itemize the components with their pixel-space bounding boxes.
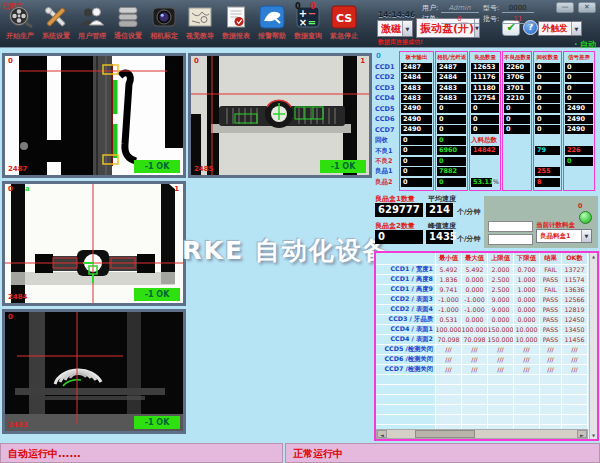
toolbar-button-server[interactable]: 通信设置 xyxy=(110,3,146,47)
result-row-label: CCD4 / 表面1 xyxy=(376,325,436,335)
batch-value: 11 xyxy=(502,15,534,24)
counter-cell: 0 xyxy=(565,94,593,103)
result-cell: 13636 xyxy=(562,285,588,295)
box2-count: 0 xyxy=(375,230,423,244)
counter-cell: 226 xyxy=(565,146,593,155)
toolbar-button-vision-doc[interactable]: 视觉教导 xyxy=(182,3,218,47)
result-cell: /// xyxy=(436,365,462,375)
toolbar-button-label: 系统设置 xyxy=(42,31,70,41)
result-cell: /// xyxy=(488,345,514,355)
toolbar: 已锁定 开始生产系统设置用户管理通信设置相机标定视觉教导数据报表报警帮助+−×=… xyxy=(0,0,600,48)
result-row-label: CCD2 / 表面3 xyxy=(376,295,436,305)
result-row: CCD1 / 高度99.7410.0002.5001.000FAIL13636 xyxy=(376,285,589,295)
cam2-flag: 1 xyxy=(360,57,365,65)
counter-row-label: CCD7 xyxy=(374,125,398,135)
camera-view-ccd4[interactable]: 0 2483 -1 OK xyxy=(2,309,186,434)
users-icon xyxy=(79,3,105,29)
counter-cell: 12754 xyxy=(471,94,499,103)
scroll-up-icon[interactable]: ▲ xyxy=(592,254,595,259)
count-input-2[interactable] xyxy=(488,234,533,245)
counter-cell: 2483 xyxy=(401,94,432,103)
toolbar-button-tools[interactable]: 系统设置 xyxy=(38,3,74,47)
svg-text:×: × xyxy=(299,17,307,28)
toolbar-button-label: 通信设置 xyxy=(114,31,142,41)
excite-combo-value: 激磁 xyxy=(378,21,402,36)
result-header-corner xyxy=(376,253,436,265)
minimize-button[interactable]: — xyxy=(556,2,574,13)
scroll-left-icon[interactable]: ◄ xyxy=(377,430,387,438)
cam4-index: 0 xyxy=(8,313,13,321)
result-header-3: 上限值 xyxy=(488,253,514,265)
counter-cell: 0 xyxy=(565,84,593,93)
result-cell: 9.000 xyxy=(488,295,514,305)
result-header-5: 结果 xyxy=(540,253,562,265)
result-row: CCD3 / 牙品质0.5310.0000.0000.000PASS12450 xyxy=(376,315,589,325)
counter-cell: 7882 xyxy=(437,167,466,176)
vertical-scrollbar[interactable]: ▲ ▼ xyxy=(589,253,597,439)
counter-cell: 0 xyxy=(437,125,466,134)
counter-cell: 0 xyxy=(401,136,432,145)
result-row: CCD5 /检测关闭////////////////// xyxy=(376,345,589,355)
result-row: CCD1 / 宽度15.4925.4922.0000.700FAIL13727 xyxy=(376,265,589,275)
result-cell: 11456 xyxy=(562,335,588,345)
counter-cell: 2490 xyxy=(565,125,593,134)
chevron-down-icon[interactable]: ▼ xyxy=(571,22,581,35)
counter-cell: 0 xyxy=(437,115,466,124)
scroll-down-icon[interactable]: ▼ xyxy=(592,433,595,438)
alarm-help-icon xyxy=(259,3,285,29)
result-cell: 10.000 xyxy=(514,335,540,345)
toolbar-button-emergency-stop[interactable]: CS紧急停止 xyxy=(326,3,362,47)
report-icon xyxy=(223,3,249,29)
counter-black: 0 xyxy=(295,2,301,11)
toolbar-button-alarm-help[interactable]: 报警帮助 xyxy=(254,3,290,47)
result-cell: 10.000 xyxy=(514,325,540,335)
chevron-down-icon[interactable]: ▼ xyxy=(402,21,412,36)
toolbar-button-label: 用户管理 xyxy=(78,31,106,41)
camera-view-ccd1[interactable]: 0 2487 -1 OK xyxy=(2,53,186,178)
toolbar-button-camera[interactable]: 相机标定 xyxy=(146,3,182,47)
result-empty-row xyxy=(376,395,589,405)
result-cell: /// xyxy=(462,355,488,365)
result-cell: -1.000 xyxy=(436,295,462,305)
result-cell: 9.741 xyxy=(436,285,462,295)
trigger-combo[interactable]: 外触发 ▼ xyxy=(538,21,582,36)
result-cell: 0.531 xyxy=(436,315,462,325)
toolbar-button-report[interactable]: 数据报表 xyxy=(218,3,254,47)
counter-cell: 0 xyxy=(535,125,560,134)
chevron-down-icon[interactable]: ▼ xyxy=(581,230,591,242)
counter-column-header: 相机/光纤返回 xyxy=(437,52,466,62)
toolbar-button-label: 开始生产 xyxy=(6,31,34,41)
counter-column-3: 良品数量12653111761118012754000入料总数1484253.1… xyxy=(469,51,501,191)
excite-combo[interactable]: 激磁 ▼ xyxy=(377,20,413,37)
result-row-label: CCD6 /检测关闭 xyxy=(376,355,436,365)
scrollbar-thumb[interactable] xyxy=(415,430,475,438)
count-input-1[interactable] xyxy=(488,221,533,232)
result-header-1: 最小值 xyxy=(436,253,462,265)
counter-column-header: 不良品数量 xyxy=(504,52,530,62)
peak-unit: 个/分钟 xyxy=(457,234,481,244)
result-empty-row xyxy=(376,375,589,385)
horizontal-scrollbar[interactable]: ◄ ► xyxy=(376,429,588,439)
counter-row-label: 良品1 xyxy=(374,166,398,176)
toolbar-button-film-reel[interactable]: 开始生产 xyxy=(2,3,38,47)
counter-cell: 3701 xyxy=(504,84,530,93)
result-empty-row xyxy=(376,385,589,395)
result-cell: /// xyxy=(514,355,540,365)
current-box-combo[interactable]: 良品料盒1 ▼ xyxy=(536,229,592,243)
counter-cell: 0 xyxy=(471,104,499,113)
result-table-body: CCD1 / 宽度15.4925.4922.0000.700FAIL13727C… xyxy=(376,265,589,435)
result-row: CCD2 / 表面4-1.000-1.0009.0000.000PASS1281… xyxy=(376,305,589,315)
counter-cell: 0 xyxy=(437,157,466,166)
camera-view-ccd2[interactable]: 0 1 2485 -1 OK xyxy=(188,53,372,178)
counter-cell: 0 xyxy=(471,125,499,134)
close-button[interactable]: ✕ xyxy=(578,2,596,13)
counter-column-header: 良品数量 xyxy=(471,52,499,62)
result-cell: /// xyxy=(540,365,562,375)
scroll-right-icon[interactable]: ► xyxy=(577,430,587,438)
toolbar-button-users[interactable]: 用户管理 xyxy=(74,3,110,47)
counter-cell: 2260 xyxy=(504,63,530,72)
result-cell: 11574 xyxy=(562,275,588,285)
camera-icon xyxy=(151,3,177,29)
counter-cell: 0 xyxy=(401,157,432,166)
result-cell: 1.000 xyxy=(514,275,540,285)
